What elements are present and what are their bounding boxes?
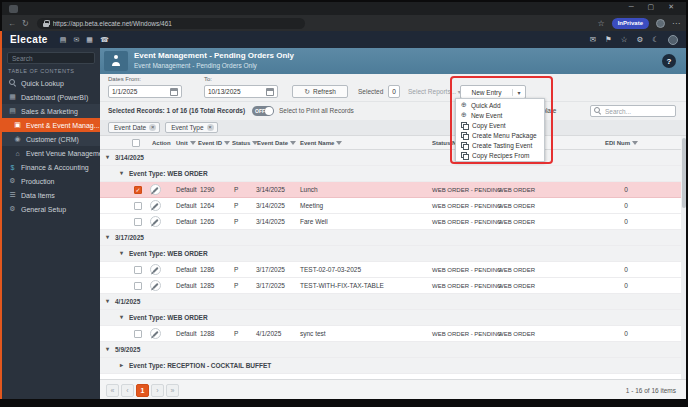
collapse-arrow-icon[interactable]: ▾ [106,230,109,245]
new-entry-button[interactable]: New Entry ▾ [460,85,526,99]
menu-item-new-event[interactable]: ⊕ New Event [456,110,544,120]
group-row-event-type[interactable]: ▾ Event Type: WEB ORDER [100,166,681,182]
sidebar-item-dashboard[interactable]: ▦ Dashboard (PowerBI) [2,90,100,104]
table-row[interactable]: ✓ Default 1290 P 3/14/2025 Lunch WEB ORD… [100,182,681,198]
column-header-unit[interactable]: Unit [176,140,188,146]
chevron-down-icon[interactable]: ▾ [512,89,525,96]
back-icon[interactable]: ← [8,19,16,28]
browser-menu-icon[interactable]: ⋯ [672,19,680,28]
row-checkbox[interactable] [134,266,142,274]
company-icon[interactable]: ▤ [60,36,67,44]
refresh-button[interactable]: ↻ Refresh [292,85,348,98]
close-icon[interactable]: × [207,124,214,131]
group-row-date[interactable]: ▾ 3/14/2025 [100,150,681,166]
grid-search-input[interactable] [605,108,671,115]
browser-tab-icon[interactable] [9,5,18,13]
column-header-event-id[interactable]: Event ID [198,140,222,146]
sidebar-item-finance[interactable]: $ Finance & Accounting [2,160,100,174]
row-checkbox[interactable] [134,218,142,226]
table-row[interactable]: Default 1286 P 3/17/2025 TEST-02-07-03-2… [100,262,681,278]
calendar-icon[interactable] [170,88,178,96]
menu-item-create-tasting-event[interactable]: Create Tasting Event [456,140,544,150]
sidebar-item-sales-marketing[interactable]: ▤ Sales & Marketing [2,104,100,118]
menu-item-quick-add[interactable]: ⊕ Quick Add [456,100,544,110]
print-all-toggle[interactable]: OFF [252,106,274,116]
sidebar-item-event-management[interactable]: ▣ Event & Event Manag... [2,118,100,132]
flag-icon[interactable]: ⚑ [605,35,612,44]
table-row[interactable]: Default 1265 P 3/14/2025 Fare Well WEB O… [100,214,681,230]
collapse-arrow-icon[interactable]: ▾ [120,310,123,325]
select-all-checkbox[interactable] [132,139,140,147]
group-row-event-type[interactable]: ▸ Event Type: RECEPTION - COCKTAIL BUFFE… [100,358,681,374]
column-header-event-date[interactable]: Event Date [257,140,288,146]
edit-row-button[interactable] [150,184,161,195]
group-chip-event-date[interactable]: Event Date × [108,122,160,133]
page-1-button[interactable]: 1 [136,384,149,397]
expand-arrow-icon[interactable]: ▸ [120,358,123,373]
menu-item-create-menu-package[interactable]: Create Menu Package [456,130,544,140]
column-header-action[interactable]: Action [152,140,171,146]
filter-funnel-icon[interactable] [190,141,196,145]
edit-row-button[interactable] [150,200,161,211]
grid-scrollbar[interactable] [681,136,686,379]
scrollbar-thumb[interactable] [682,138,686,208]
group-row-event-type[interactable]: ▾ Event Type: WEB ORDER [100,246,681,262]
sidebar-search-input[interactable] [7,52,95,64]
window-controls[interactable]: ─ ▢ ✕ [629,3,680,11]
edit-row-button[interactable] [150,264,161,275]
row-checkbox[interactable] [134,330,142,338]
calendar-icon[interactable] [266,88,274,96]
menu-item-copy-event[interactable]: Copy Event [456,120,544,130]
row-checkbox[interactable] [134,282,142,290]
reload-icon[interactable]: ↻ [22,19,29,28]
last-page-button[interactable]: » [166,384,179,397]
filter-funnel-icon[interactable] [224,141,230,145]
user-avatar[interactable] [668,35,678,45]
edit-row-button[interactable] [150,280,161,291]
column-header-event-name[interactable]: Event Name [300,140,334,146]
first-page-button[interactable]: « [106,384,119,397]
collapse-arrow-icon[interactable]: ▾ [120,246,123,261]
row-checkbox[interactable] [134,202,142,210]
table-row[interactable]: Default 1288 P 4/1/2025 sync test WEB OR… [100,326,681,342]
next-page-button[interactable]: › [151,384,164,397]
table-row[interactable]: Default 1264 P 3/14/2025 Meeting WEB ORD… [100,198,681,214]
star-icon[interactable]: ☆ [621,35,628,44]
filter-funnel-icon[interactable] [336,141,342,145]
settings-gear-icon[interactable]: ⚙ [637,35,644,44]
browser-profile-avatar[interactable] [656,19,665,28]
favorites-star-icon[interactable]: ☆ [597,19,604,28]
sidebar-item-data-items[interactable]: ☰ Data Items [2,188,100,202]
chat-icon[interactable]: ✉ [73,36,79,44]
sidebar-item-general-setup[interactable]: ⚙ General Setup [2,202,100,216]
collapse-arrow-icon[interactable]: ▾ [106,294,109,309]
help-button[interactable]: ? [662,54,676,68]
group-row-event-type[interactable]: ▾ Event Type: WEB ORDER [100,310,681,326]
group-row-date[interactable]: ▾ 5/9/2025 [100,342,681,358]
collapse-arrow-icon[interactable]: ▾ [120,166,123,181]
column-header-status[interactable]: Status [232,140,250,146]
table-row[interactable]: Default 1285 P 3/17/2025 TEST-WITH-FIX-T… [100,278,681,294]
row-checkbox[interactable]: ✓ [134,186,142,194]
address-bar[interactable]: https://app.beta.elecate.net/Windows/461 [37,18,305,29]
collapse-arrow-icon[interactable]: ▾ [106,150,109,165]
edit-row-button[interactable] [150,328,161,339]
filter-funnel-icon[interactable] [290,141,296,145]
sidebar-item-event-venue[interactable]: ⌂ Event Venue Management [2,146,100,160]
edit-row-button[interactable] [150,216,161,227]
group-row-date[interactable]: ▾ 4/1/2025 [100,294,681,310]
mail-icon[interactable]: ✉ [590,35,596,44]
sidebar-item-production[interactable]: ⚙ Production [2,174,100,188]
filter-funnel-icon[interactable] [632,141,638,145]
prev-page-button[interactable]: ‹ [121,384,134,397]
sidebar-item-customer-crm[interactable]: ◉ Customer (CRM) [2,132,100,146]
group-row-date[interactable]: ▾ 3/17/2025 [100,230,681,246]
elecate-logo[interactable]: Elecate [10,34,48,45]
phone-icon[interactable]: ☎ [100,36,109,44]
collapse-arrow-icon[interactable]: ▾ [106,342,109,357]
column-header-edi-num[interactable]: EDI Num [605,140,630,146]
theme-moon-icon[interactable]: ☾ [652,35,659,44]
sidebar-item-quick-lookup[interactable]: Quick Lookup [2,76,100,90]
calendar-icon[interactable]: ▦ [86,36,93,44]
close-icon[interactable]: × [149,124,156,131]
